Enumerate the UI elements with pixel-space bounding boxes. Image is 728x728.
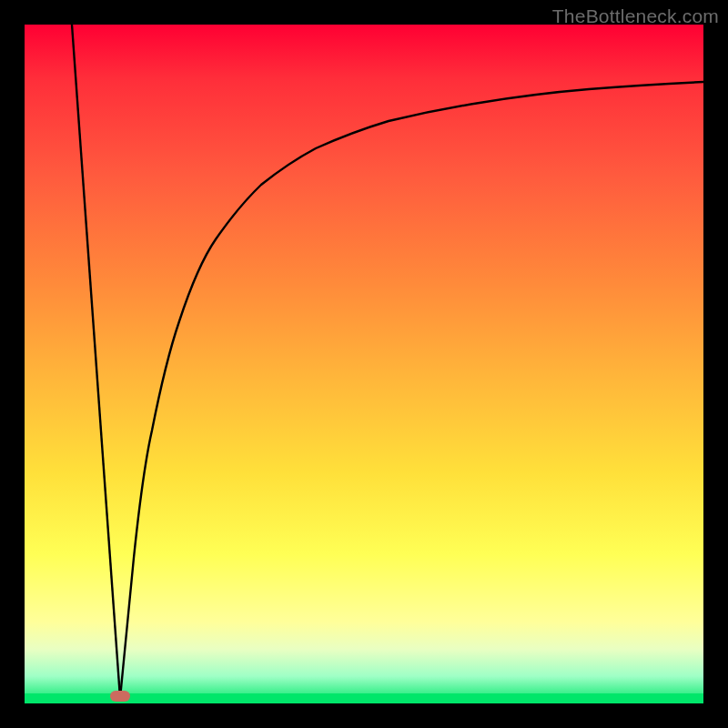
curve-svg [25, 25, 703, 703]
left-branch-path [72, 25, 120, 698]
right-branch-path [120, 82, 703, 698]
optimum-marker [110, 691, 130, 702]
plot-area [25, 25, 703, 703]
watermark-text: TheBottleneck.com [552, 5, 719, 27]
